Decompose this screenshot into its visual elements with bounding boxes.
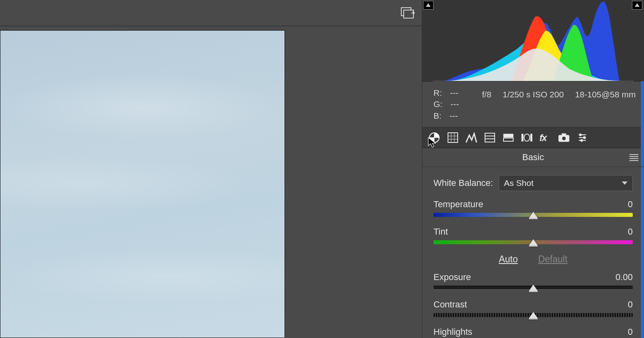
highlights-label: Highlights: [433, 327, 473, 337]
canvas-area: [0, 0, 422, 338]
tab-fx[interactable]: fx: [538, 131, 553, 144]
exposure-label: Exposure: [433, 272, 471, 282]
rgb-readout: R:--- G:--- B:---: [433, 87, 482, 122]
svg-point-15: [524, 134, 530, 141]
svg-rect-1: [404, 10, 413, 18]
chevron-down-icon: [622, 181, 627, 185]
white-balance-value: As Shot: [504, 178, 534, 188]
panel-title: Basic: [522, 152, 544, 162]
basic-panel: White Balance: As Shot Temperature0 Tint…: [422, 167, 644, 338]
contrast-slider[interactable]: Contrast0: [433, 299, 633, 317]
white-balance-label: White Balance:: [433, 178, 493, 188]
right-panel: R:--- G:--- B:--- f/81/250 s ISO 20018-1…: [422, 0, 644, 338]
svg-point-19: [562, 136, 566, 140]
tab-curve[interactable]: [446, 131, 460, 144]
g-label: G:: [433, 99, 442, 110]
white-balance-select[interactable]: As Shot: [499, 175, 633, 191]
exposure-value[interactable]: 0.00: [601, 272, 633, 282]
adjustment-tabs: fx: [422, 128, 644, 148]
auto-default-row: Auto Default: [433, 254, 633, 265]
tint-label: Tint: [433, 227, 448, 237]
tab-detail[interactable]: [464, 131, 479, 144]
tab-presets[interactable]: [575, 131, 590, 144]
highlights-slider[interactable]: Highlights0: [433, 327, 633, 337]
exposure-slider[interactable]: Exposure0.00: [433, 272, 633, 290]
tab-basic[interactable]: [427, 131, 442, 144]
r-value: ---: [450, 87, 458, 99]
b-label: B:: [433, 110, 442, 122]
shutter-value: 1/250 s: [503, 87, 530, 102]
histogram-panel: [422, 0, 644, 81]
shadow-clip-icon[interactable]: [423, 1, 433, 10]
svg-rect-11: [504, 134, 513, 137]
auto-button[interactable]: Auto: [499, 254, 518, 264]
info-readout: R:--- G:--- B:--- f/81/250 s ISO 20018-1…: [422, 81, 644, 128]
svg-rect-12: [504, 138, 513, 141]
svg-text:fx: fx: [540, 133, 547, 142]
top-toolbar: [0, 0, 422, 26]
svg-rect-18: [562, 134, 566, 136]
svg-rect-13: [522, 134, 523, 141]
tint-value[interactable]: 0: [601, 227, 633, 237]
workspace-switch-icon[interactable]: [401, 7, 415, 19]
tab-camera[interactable]: [557, 131, 571, 144]
svg-point-25: [580, 139, 583, 142]
exif-readout: f/81/250 s ISO 20018-105@58 mm: [482, 87, 636, 122]
lens-value: 18-105@58 mm: [575, 87, 636, 102]
temperature-slider[interactable]: Temperature0: [433, 199, 633, 217]
image-preview[interactable]: [0, 30, 285, 338]
tab-split-tone[interactable]: [501, 131, 516, 144]
tab-hsl[interactable]: [483, 131, 497, 144]
svg-rect-14: [530, 134, 532, 141]
svg-rect-8: [485, 133, 495, 142]
tint-slider[interactable]: Tint0: [433, 227, 633, 244]
svg-rect-3: [448, 133, 458, 142]
r-label: R:: [433, 87, 442, 99]
b-value: ---: [450, 110, 458, 122]
g-value: ---: [450, 99, 459, 110]
default-button: Default: [538, 254, 568, 264]
temperature-label: Temperature: [433, 199, 483, 210]
contrast-value[interactable]: 0: [601, 299, 633, 310]
aperture-value: f/8: [482, 87, 491, 102]
contrast-label: Contrast: [433, 299, 467, 310]
histogram[interactable]: [433, 1, 634, 81]
svg-point-23: [579, 134, 582, 136]
tab-lens[interactable]: [520, 131, 534, 144]
panel-header: Basic: [422, 148, 644, 167]
temperature-value[interactable]: 0: [601, 199, 633, 210]
svg-point-24: [583, 136, 586, 139]
panel-menu-icon[interactable]: [630, 153, 638, 162]
iso-value: ISO 200: [533, 87, 564, 102]
highlights-value[interactable]: 0: [601, 327, 633, 337]
